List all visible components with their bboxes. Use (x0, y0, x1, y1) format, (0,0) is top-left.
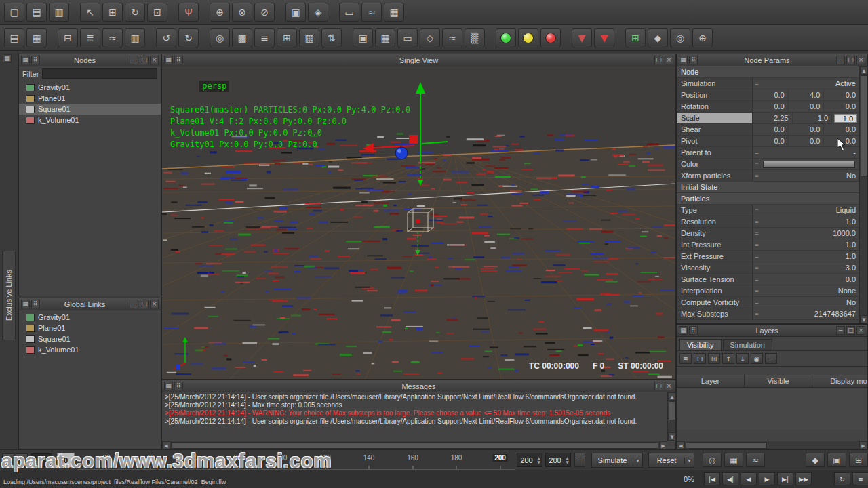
dock-icon[interactable]: ▦ (21, 300, 30, 308)
grip-icon[interactable]: ⠿ (31, 56, 40, 64)
sim-end-spinner[interactable]: 200 ▲▼ (545, 453, 571, 467)
remove-link-tool-button[interactable]: ⊘ (254, 3, 275, 22)
viewport-3d-view[interactable]: persp Square01(master) PARTICLES:0 Px:0.… (162, 66, 675, 379)
dock-icon[interactable]: ▦ (21, 56, 30, 64)
python-script-button[interactable]: ◎ (670, 28, 690, 47)
link-tool-button[interactable]: ⊕ (210, 3, 230, 22)
messages-hscrollbar[interactable]: ◀ ▶ (162, 441, 667, 449)
messages-vscrollbar[interactable]: ▲ ▼ (667, 392, 675, 441)
layers-hscrollbar[interactable]: ◀ ▶ (677, 441, 867, 449)
column-header-visible[interactable]: Visible (745, 375, 812, 387)
grip-icon[interactable]: ⠿ (174, 382, 183, 390)
param-value[interactable]: 1.0 (761, 239, 859, 250)
scroll-up-icon[interactable]: ▲ (668, 392, 676, 401)
add-object-button[interactable]: ▣ (285, 3, 306, 22)
add-daemon-button[interactable]: ◈ (308, 3, 328, 22)
float-icon[interactable]: □ (846, 326, 855, 335)
preview-mode-button[interactable]: ◎ (703, 453, 722, 467)
column-header-layer[interactable]: Layer (677, 375, 745, 387)
layers-list[interactable] (677, 388, 867, 430)
timeline-tick[interactable]: 160 (407, 454, 418, 462)
timeline-tick[interactable]: 200 (492, 454, 508, 462)
drag-handle-icon[interactable]: = (753, 239, 761, 250)
param-value[interactable]: 0.0 (761, 274, 859, 285)
param-value[interactable]: 1.0 (761, 251, 859, 262)
frame-settings-button[interactable]: ⊞ (849, 453, 868, 467)
wave-tools-button[interactable]: ≈ (442, 28, 462, 47)
param-value[interactable]: 1000.0 (761, 228, 859, 239)
param-value[interactable]: 0.0 (753, 89, 789, 100)
scroll-up-icon[interactable]: ▲ (860, 66, 868, 75)
timeline-tick[interactable]: 140 (363, 454, 375, 462)
node-item-gravity01[interactable]: Gravity01 (19, 82, 161, 93)
node-item-square01[interactable]: Square01 (19, 333, 161, 344)
minimize-icon[interactable]: − (836, 326, 845, 335)
loop-button[interactable]: ↻ (834, 472, 850, 485)
add-emitter-button[interactable]: ◎ (210, 28, 230, 47)
filter-input[interactable] (42, 68, 157, 79)
dock-icon[interactable]: ▦ (164, 56, 173, 64)
simulate-button[interactable]: Simulate ▾ (591, 453, 643, 468)
exclusive-link-tool-button[interactable]: ⊗ (232, 3, 252, 22)
param-value[interactable]: 0.0 (824, 89, 859, 100)
node-params-titlebar[interactable]: ▦ ⠿ Node Params − □ × (677, 54, 867, 66)
key-frame-button[interactable]: ◆ (806, 453, 825, 467)
add-realwave-button[interactable]: ≈ (361, 3, 382, 22)
move-tool-button[interactable]: ⊞ (102, 3, 123, 22)
close-icon[interactable]: × (665, 382, 673, 390)
add-mesh-button[interactable]: ▦ (384, 3, 404, 22)
global-links-titlebar[interactable]: ▦ ⠿ Global Links − □ × (19, 298, 161, 310)
param-value[interactable]: 1.0 (834, 114, 857, 123)
nodes-view-button[interactable]: ≣ (80, 28, 100, 47)
hybrido-button[interactable]: ▧ (299, 28, 319, 47)
drag-handle-icon[interactable]: = (753, 78, 761, 89)
next-frame-button[interactable]: ▶| (777, 472, 793, 485)
scroll-thumb[interactable] (686, 442, 767, 449)
messages-titlebar[interactable]: ▦ ⠿ Messages □ × (162, 380, 675, 392)
scroll-left-icon[interactable]: ◀ (677, 441, 685, 449)
chevron-down-icon[interactable]: ▾ (684, 458, 694, 464)
dock-icon[interactable]: ▦ (3, 54, 12, 63)
drag-handle-icon[interactable]: = (753, 285, 761, 296)
param-value[interactable]: 0.0 (824, 124, 859, 135)
node-item-k_volume01[interactable]: k_Volume01 (19, 115, 161, 125)
export-central-button[interactable]: ▼ (594, 28, 614, 47)
drag-handle-icon[interactable]: = (753, 308, 761, 319)
scroll-thumb[interactable] (861, 75, 867, 177)
minimize-icon[interactable]: − (130, 56, 138, 64)
drag-handle-icon[interactable]: = (753, 274, 761, 285)
scroll-right-icon[interactable]: ▶ (659, 441, 667, 449)
drag-handle-icon[interactable]: = (753, 216, 761, 227)
param-value[interactable]: 3.0 (761, 262, 859, 273)
drag-handle-icon[interactable]: = (753, 147, 761, 158)
viewport-titlebar[interactable]: ▦ ⠿ Single View □ × (162, 54, 675, 66)
spinner-arrows-icon[interactable]: ▲▼ (536, 456, 542, 464)
undo-button[interactable]: ↺ (156, 28, 176, 47)
param-value[interactable]: Active (761, 78, 859, 89)
node-item-gravity01[interactable]: Gravity01 (19, 312, 161, 323)
param-value[interactable]: 0.0 (789, 101, 825, 112)
playback-options-button[interactable]: ≡ (852, 472, 868, 485)
node-item-plane01[interactable]: Plane01 (19, 323, 161, 333)
param-value[interactable]: No (761, 170, 859, 181)
drag-handle-icon[interactable]: = (753, 170, 761, 181)
grip-icon[interactable]: ⠿ (689, 56, 698, 64)
multi-object-button[interactable]: ▦ (375, 28, 395, 47)
scroll-thumb[interactable] (669, 401, 675, 420)
remove-layer-button[interactable]: − (765, 353, 777, 364)
tab-simulation[interactable]: Simulation (723, 339, 772, 350)
pivot-tool-button[interactable]: Ψ (178, 3, 199, 22)
maxwell-button[interactable]: ◆ (648, 28, 668, 47)
move-layer-down-button[interactable]: ↓ (736, 353, 749, 364)
float-icon[interactable]: □ (140, 56, 149, 64)
reset-layout-button[interactable]: ⊟ (58, 28, 78, 47)
layer-list-button[interactable]: ≣ (679, 353, 692, 364)
layers-titlebar[interactable]: ▦ ⠿ Layers − □ × (677, 325, 867, 337)
play-forward-button[interactable]: ▶ (759, 472, 775, 485)
mist-tools-button[interactable]: ▒ (465, 28, 485, 47)
play-backward-button[interactable]: ◀ (741, 472, 757, 485)
new-scene-button[interactable]: ▢ (4, 3, 24, 22)
float-icon[interactable]: □ (654, 56, 663, 64)
param-value[interactable]: 0.0 (789, 136, 825, 146)
tab-visibility[interactable]: Visibility (679, 339, 722, 350)
